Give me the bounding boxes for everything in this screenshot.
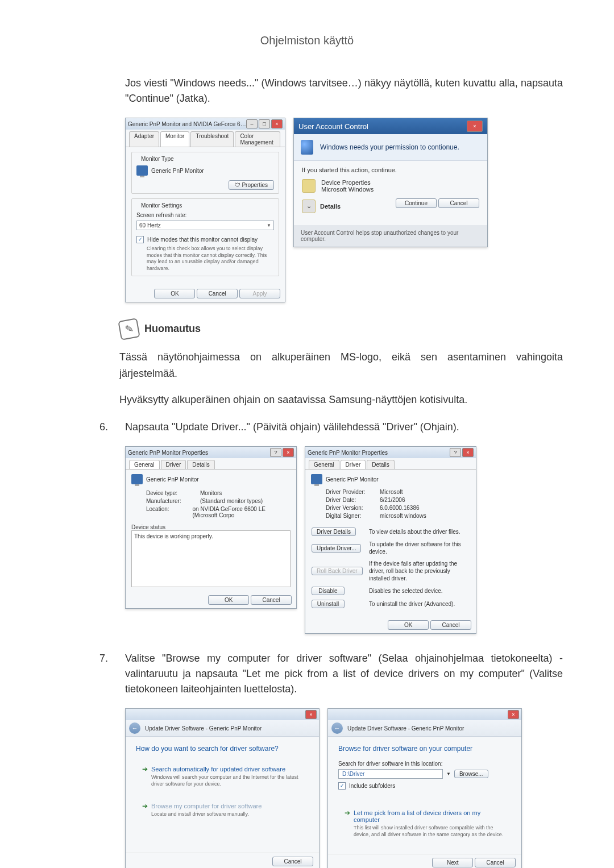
step-number: 7.: [99, 651, 114, 697]
uac-title: User Account Control: [298, 122, 368, 131]
ok-button[interactable]: OK: [208, 595, 249, 605]
cancel-button[interactable]: Cancel: [197, 289, 238, 298]
option-search-auto[interactable]: ➔Search automatically for updated driver…: [136, 761, 309, 792]
device-type-value: Monitors: [200, 490, 222, 496]
cancel-button[interactable]: Cancel: [251, 595, 292, 605]
uac-dialog: User Account Control × Windows needs you…: [293, 118, 488, 247]
driver-date-label: Driver Date:: [326, 497, 374, 503]
cancel-button[interactable]: Cancel: [438, 198, 479, 208]
maximize-icon[interactable]: □: [259, 119, 270, 128]
close-icon[interactable]: ×: [462, 448, 474, 457]
update-driver-button[interactable]: Update Driver...: [312, 544, 361, 553]
chevron-down-icon[interactable]: ⌄: [302, 200, 316, 213]
manufacturer-label: Manufacturer:: [146, 498, 194, 504]
device-status-label: Device status: [131, 524, 291, 530]
device-name: Generic PnP Monitor: [326, 476, 379, 483]
ok-button[interactable]: OK: [154, 289, 195, 298]
uac-program-publisher: Microsoft Windows: [321, 186, 374, 193]
device-type-label: Device type:: [146, 490, 194, 496]
hide-modes-checkbox[interactable]: ✓: [136, 236, 144, 243]
monitor-icon: [311, 474, 322, 484]
refresh-rate-label: Screen refresh rate:: [136, 212, 274, 218]
uac-details-toggle[interactable]: Details: [320, 203, 341, 210]
cancel-button[interactable]: Cancel: [475, 858, 516, 867]
uac-titlebar: User Account Control ×: [294, 118, 487, 134]
note-icon: ✎: [118, 318, 140, 340]
rollback-driver-desc: If the device fails after updating the d…: [363, 559, 470, 583]
path-input[interactable]: D:\Driver: [338, 769, 443, 779]
close-icon[interactable]: ×: [283, 448, 294, 457]
notice-paragraph-2: Hyväksytty alkuperäinen ohjain on saatav…: [119, 392, 563, 408]
option-browse-computer[interactable]: ➔Browse my computer for driver software …: [136, 798, 309, 823]
uac-banner-text: Windows needs your permission to contion…: [320, 143, 459, 151]
tab-details[interactable]: Details: [367, 460, 395, 469]
tab-details[interactable]: Details: [187, 460, 215, 469]
properties-button[interactable]: 🛡 Properties: [229, 180, 274, 190]
close-icon[interactable]: ×: [508, 710, 519, 719]
update-wizard-browse-dialog: × ← Update Driver Software - Generic PnP…: [327, 708, 522, 868]
back-icon[interactable]: ←: [331, 722, 343, 734]
minimize-icon[interactable]: –: [246, 119, 258, 128]
arrow-icon: ➔: [142, 803, 148, 809]
browse-button[interactable]: Browse...: [454, 770, 488, 778]
digital-signer-label: Digital Signer:: [326, 513, 374, 519]
option-pick-from-list[interactable]: ➔Let me pick from a list of device drive…: [338, 804, 511, 843]
driver-details-desc: To view details about the driver files.: [363, 527, 470, 537]
step-text: Valitse "Browse my computer for driver s…: [125, 651, 563, 697]
back-icon[interactable]: ←: [129, 722, 140, 734]
notice-paragraph-1: Tässä näytönohjaimessa on alkuperäinen M…: [119, 349, 563, 382]
monitor-settings-dialog: Generic PnP Monitor and NVIDIA GeForce 6…: [125, 118, 285, 302]
tab-troubleshoot[interactable]: Troubleshoot: [190, 131, 234, 147]
uac-program-name: Device Properties: [321, 179, 374, 186]
close-icon[interactable]: ×: [305, 710, 317, 719]
include-subfolders-checkbox[interactable]: ✓: [338, 782, 346, 790]
next-button[interactable]: Next: [432, 858, 473, 867]
page-title: Ohjelmiston käyttö: [51, 34, 563, 47]
chevron-down-icon: ▼: [267, 223, 271, 228]
step-text: Napsauta "Update Driver..." (Päivitä ohj…: [125, 420, 563, 435]
disable-button[interactable]: Disable: [312, 587, 345, 595]
help-icon[interactable]: ?: [270, 448, 281, 457]
device-status-box: This device is working properly.: [131, 530, 291, 587]
cancel-button[interactable]: Cancel: [272, 857, 313, 866]
cancel-button[interactable]: Cancel: [430, 620, 471, 630]
update-driver-desc: To update the driver software for this d…: [363, 540, 470, 556]
refresh-rate-select[interactable]: 60 Hertz▼: [136, 221, 274, 230]
uac-footer-text: User Account Control helps stop unauthor…: [294, 225, 487, 247]
hide-modes-desc: Clearing this check box allows you to se…: [147, 246, 274, 272]
tab-general[interactable]: General: [309, 460, 339, 469]
option-desc: Windows will search your computer and th…: [151, 774, 302, 787]
titlebar: Generic PnP Monitor and NVIDIA GeForce 6…: [126, 118, 285, 130]
search-label: Search for driver software in this locat…: [338, 761, 511, 767]
driver-date-value: 6/21/2006: [380, 497, 405, 503]
option-desc: This list will show installed driver sof…: [354, 825, 505, 838]
driver-details-button[interactable]: Driver Details: [312, 528, 356, 536]
close-icon[interactable]: ×: [271, 119, 283, 128]
monitor-type-label: Monitor Type: [139, 156, 176, 162]
tab-driver[interactable]: Driver: [341, 460, 366, 469]
program-icon: [302, 179, 316, 193]
tab-driver[interactable]: Driver: [161, 460, 186, 469]
intro-paragraph: Jos viesti "Windows needs..." (Windows t…: [125, 76, 563, 106]
step-number: 6.: [99, 420, 114, 435]
tab-monitor[interactable]: Monitor: [160, 131, 189, 147]
uninstall-desc: To uninstall the driver (Advanced).: [363, 599, 470, 609]
monitor-name: Generic PnP Monitor: [151, 168, 204, 174]
window-title: Generic PnP Monitor and NVIDIA GeForce 6…: [128, 121, 246, 127]
continue-button[interactable]: Continue: [396, 198, 437, 208]
tab-color-management[interactable]: Color Management: [235, 131, 280, 147]
option-desc: Locate and install driver software manua…: [151, 811, 302, 818]
uninstall-button[interactable]: Uninstall: [312, 600, 345, 608]
rollback-driver-button[interactable]: Roll Back Driver: [312, 567, 363, 575]
breadcrumb: Update Driver Software - Generic PnP Mon…: [347, 725, 464, 732]
figure-row-1: Generic PnP Monitor and NVIDIA GeForce 6…: [125, 118, 563, 302]
apply-button[interactable]: Apply: [239, 289, 280, 298]
chevron-down-icon[interactable]: ▼: [446, 771, 451, 776]
tab-adapter[interactable]: Adapter: [129, 131, 159, 147]
monitor-icon: [136, 165, 148, 176]
close-icon[interactable]: ×: [467, 121, 483, 132]
tab-general[interactable]: General: [129, 460, 160, 469]
figure-row-3: × ← Update Driver Software - Generic PnP…: [125, 708, 563, 868]
help-icon[interactable]: ?: [450, 448, 461, 457]
ok-button[interactable]: OK: [388, 620, 429, 630]
